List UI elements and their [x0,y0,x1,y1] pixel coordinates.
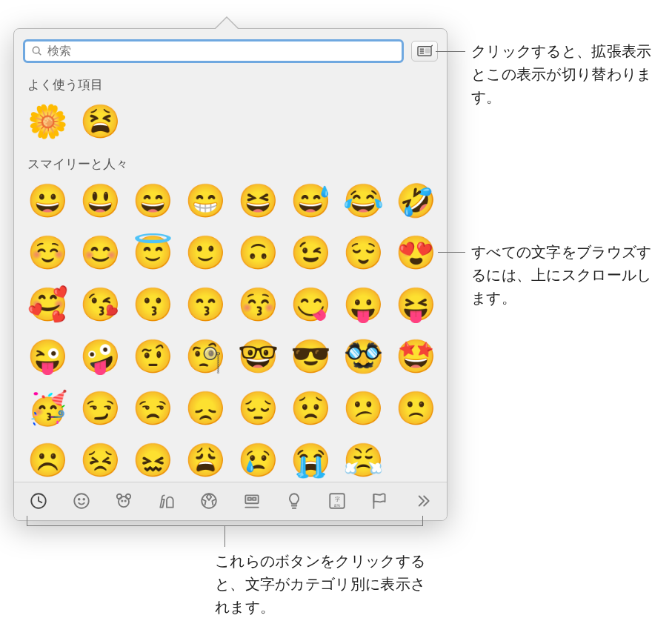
animals-icon [114,491,133,513]
emoji-smiley-16[interactable]: 🥰 [27,284,68,325]
emoji-smiley-26[interactable]: 🤨 [133,336,173,377]
emoji-smiley-39[interactable]: 🙁 [396,388,436,429]
emoji-smiley-42[interactable]: 😖 [133,439,173,481]
search-input[interactable] [47,44,396,58]
svg-point-10 [83,499,84,500]
category-travel-button[interactable] [238,490,266,514]
section-header-smileys: スマイリーと人々 [27,156,433,173]
emoji-smiley-12[interactable]: 🙃 [238,232,279,273]
svg-point-9 [78,499,79,500]
callout-line-scroll [438,252,465,253]
emoji-smiley-10[interactable]: 😇 [133,232,173,273]
emoji-smiley-28[interactable]: 🤓 [238,336,279,377]
svg-rect-19 [253,498,256,500]
svg-point-14 [122,500,122,501]
emoji-smiley-32[interactable]: 🥳 [27,388,68,429]
annotation-expand: クリックすると、拡張表示とこの表示が切り替わります。 [471,40,664,109]
svg-point-15 [125,500,126,501]
emoji-popover: よく使う項目 🌼😫 スマイリーと人々 😀😃😄😁😆😅😂🤣☺️😊😇🙂🙃😉😌😍🥰😘😗😙… [13,28,448,521]
activity-icon [199,491,219,513]
svg-line-1 [39,53,41,55]
search-icon [31,45,43,57]
emoji-smiley-45[interactable]: 😭 [290,439,331,481]
category-activity-button[interactable] [195,490,223,514]
emoji-smiley-38[interactable]: 😕 [343,388,384,429]
emoji-smiley-46[interactable]: 😤 [343,439,384,481]
emoji-smiley-40[interactable]: ☹️ [27,439,68,481]
category-bracket [27,516,423,526]
section-header-frequent: よく使う項目 [27,76,433,93]
emoji-smiley-31[interactable]: 🤩 [396,336,436,377]
category-more-button[interactable] [408,490,436,514]
flags-icon [370,491,389,513]
emoji-frequent-1[interactable]: 😫 [80,101,121,142]
emoji-smiley-35[interactable]: 😞 [185,388,226,429]
food-icon [157,491,176,513]
emoji-content: よく使う項目 🌼😫 スマイリーと人々 😀😃😄😁😆😅😂🤣☺️😊😇🙂🙃😉😌😍🥰😘😗😙… [14,70,447,482]
category-animals-button[interactable] [110,490,138,514]
svg-text:&%: &% [334,503,341,508]
emoji-smiley-11[interactable]: 🙂 [185,232,226,273]
emoji-smiley-25[interactable]: 🤪 [80,336,121,377]
frequent-grid: 🌼😫 [27,101,433,150]
emoji-smiley-1[interactable]: 😃 [80,180,121,222]
svg-rect-18 [247,498,250,500]
annotation-scroll: すべての文字をブラウズするには、上にスクロールします。 [471,241,664,310]
emoji-smiley-17[interactable]: 😘 [80,284,121,325]
symbols-icon: 字&% [327,491,347,513]
emoji-smiley-33[interactable]: 😏 [80,388,121,429]
emoji-smiley-21[interactable]: 😋 [290,284,331,325]
emoji-smiley-9[interactable]: 😊 [80,232,121,273]
category-objects-button[interactable] [280,490,308,514]
emoji-smiley-36[interactable]: 😔 [238,388,279,429]
category-symbols-button[interactable]: 字&% [323,490,351,514]
callout-line-expand [436,51,465,52]
emoji-smiley-18[interactable]: 😗 [133,284,173,325]
emoji-smiley-6[interactable]: 😂 [343,180,384,222]
emoji-smiley-22[interactable]: 😛 [343,284,384,325]
category-bar: 字&% [14,482,447,520]
smileys-icon [72,491,91,513]
emoji-smiley-37[interactable]: 😟 [290,388,331,429]
emoji-smiley-4[interactable]: 😆 [238,180,279,222]
emoji-smiley-7[interactable]: 🤣 [396,180,436,222]
travel-icon [242,491,262,513]
category-smileys-button[interactable] [67,490,96,514]
emoji-smiley-15[interactable]: 😍 [396,232,436,273]
recent-icon [29,491,48,513]
svg-rect-6 [425,49,429,53]
emoji-smiley-44[interactable]: 😢 [238,439,279,481]
emoji-smiley-14[interactable]: 😌 [343,232,384,273]
emoji-smiley-13[interactable]: 😉 [290,232,331,273]
smileys-grid: 😀😃😄😁😆😅😂🤣☺️😊😇🙂🙃😉😌😍🥰😘😗😙😚😋😛😝😜🤪🤨🧐🤓😎🥸🤩🥳😏😒😞😔😟😕… [27,180,433,482]
emoji-smiley-2[interactable]: 😄 [133,180,173,222]
svg-point-8 [74,494,89,508]
category-flags-button[interactable] [365,490,393,514]
search-bar [14,29,447,70]
emoji-smiley-27[interactable]: 🧐 [185,336,226,377]
objects-icon [285,491,304,513]
svg-point-16 [202,494,216,508]
emoji-smiley-43[interactable]: 😩 [185,439,226,481]
emoji-frequent-0[interactable]: 🌼 [27,101,68,142]
emoji-smiley-23[interactable]: 😝 [396,284,436,325]
svg-point-0 [33,47,39,53]
annotation-categories: これらのボタンをクリックすると、文字がカテゴリ別に表示されます。 [215,550,430,619]
expand-button[interactable] [411,41,438,62]
emoji-smiley-29[interactable]: 😎 [290,336,331,377]
category-recent-button[interactable] [24,490,53,514]
emoji-smiley-41[interactable]: 😣 [80,439,121,481]
emoji-smiley-34[interactable]: 😒 [133,388,173,429]
emoji-smiley-5[interactable]: 😅 [290,180,331,222]
emoji-smiley-19[interactable]: 😙 [185,284,226,325]
emoji-smiley-8[interactable]: ☺️ [27,232,68,273]
emoji-smiley-3[interactable]: 😁 [185,180,226,222]
emoji-smiley-30[interactable]: 🥸 [343,336,384,377]
category-food-button[interactable] [153,490,181,514]
search-field-wrapper [23,39,404,63]
emoji-smiley-24[interactable]: 😜 [27,336,68,377]
more-icon [413,491,432,513]
svg-text:字: 字 [334,497,339,502]
emoji-smiley-0[interactable]: 😀 [27,180,68,222]
emoji-smiley-20[interactable]: 😚 [238,284,279,325]
